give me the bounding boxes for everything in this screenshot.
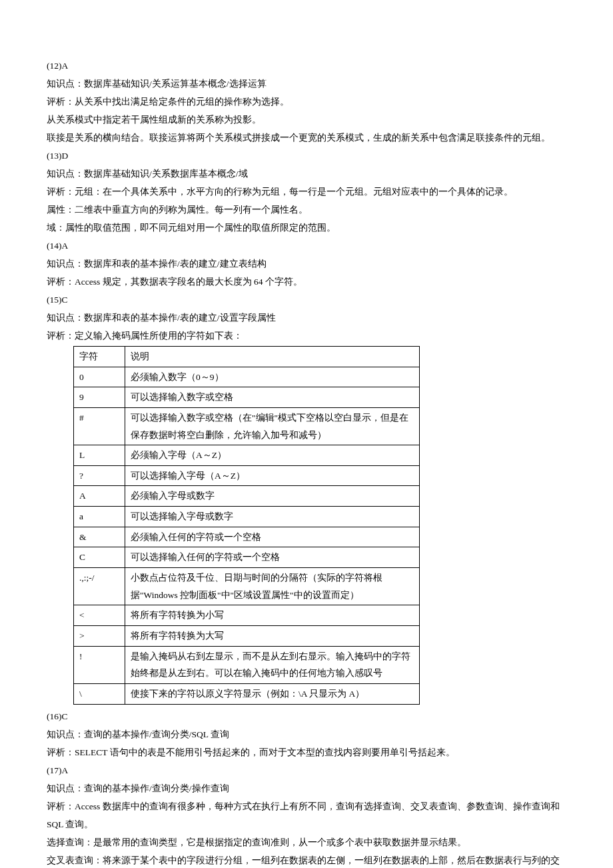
paragraph: 知识点：数据库基础知识/关系运算基本概念/选择运算 <box>47 75 566 93</box>
table-cell-desc: 可以选择输入数字或空格 <box>125 387 420 408</box>
paragraph: 知识点：数据库基础知识/关系数据库基本概念/域 <box>47 165 566 183</box>
table-cell-char: # <box>74 407 125 445</box>
paragraph: (17)A <box>47 761 566 779</box>
table-cell-desc: 可以选择输入字母（A～Z） <box>125 465 420 486</box>
table-header-char: 字符 <box>74 347 125 367</box>
table-row: &必须输入任何的字符或一个空格 <box>74 527 420 547</box>
paragraph: 知识点：查询的基本操作/查询分类/操作查询 <box>47 779 566 797</box>
table-cell-char: C <box>74 547 125 568</box>
table-row: 9可以选择输入数字或空格 <box>74 387 420 408</box>
table-cell-desc: 必须输入字母（A～Z） <box>125 445 420 466</box>
table-cell-char: 9 <box>74 387 125 408</box>
table-row: >将所有字符转换为大写 <box>74 625 420 646</box>
document-content: (12)A知识点：数据库基础知识/关系运算基本概念/选择运算评析：从关系中找出满… <box>47 57 566 868</box>
table-row: !是输入掩码从右到左显示，而不是从左到右显示。输入掩码中的字符始终都是从左到右。… <box>74 646 420 683</box>
table-cell-char: < <box>74 605 125 626</box>
table-cell-desc: 可以选择输入数字或空格（在"编辑"模式下空格以空白显示，但是在保存数据时将空白删… <box>125 407 420 445</box>
table-cell-char: a <box>74 507 125 527</box>
table-cell-char: A <box>74 486 125 507</box>
table-row: L必须输入字母（A～Z） <box>74 445 420 466</box>
paragraph: (12)A <box>47 57 566 75</box>
table-cell-desc: 必须输入字母或数字 <box>125 486 420 507</box>
mask-characters-table: 字符 说明 0必须输入数字（0～9）9可以选择输入数字或空格#可以选择输入数字或… <box>73 346 420 705</box>
table-cell-char: \ <box>74 683 125 704</box>
table-row: 0必须输入数字（0～9） <box>74 367 420 387</box>
table-cell-desc: 将所有字符转换为大写 <box>125 625 420 646</box>
paragraph: 评析：从关系中找出满足给定条件的元组的操作称为选择。 <box>47 93 566 111</box>
paragraph: 联接是关系的横向结合。联接运算将两个关系模式拼接成一个更宽的关系模式，生成的新关… <box>47 129 566 147</box>
table-row: ?可以选择输入字母（A～Z） <box>74 465 420 486</box>
table-cell-char: ? <box>74 465 125 486</box>
paragraph: 选择查询：是最常用的查询类型，它是根据指定的查询准则，从一个或多个表中获取数据并… <box>47 833 566 851</box>
paragraph: (13)D <box>47 147 566 165</box>
paragraph: 评析：元组：在一个具体关系中，水平方向的行称为元组，每一行是一个元组。元组对应表… <box>47 183 566 201</box>
paragraph: (14)A <box>47 237 566 255</box>
table-cell-desc: 可以选择输入字母或数字 <box>125 507 420 527</box>
table-row: <将所有字符转换为小写 <box>74 605 420 626</box>
table-cell-desc: 必须输入任何的字符或一个空格 <box>125 527 420 547</box>
table-cell-desc: 必须输入数字（0～9） <box>125 367 420 387</box>
table-row: a可以选择输入字母或数字 <box>74 507 420 527</box>
table-cell-desc: 将所有字符转换为小写 <box>125 605 420 626</box>
table-cell-char: 0 <box>74 367 125 387</box>
paragraph: 评析：定义输入掩码属性所使用的字符如下表： <box>47 327 566 345</box>
paragraph: 属性：二维表中垂直方向的列称为属性。每一列有一个属性名。 <box>47 201 566 219</box>
paragraph: 评析：Access 规定，其数据表字段名的最大长度为 64 个字符。 <box>47 273 566 291</box>
table-cell-char: ! <box>74 646 125 683</box>
paragraph: 评析：Access 数据库中的查询有很多种，每种方式在执行上有所不同，查询有选择… <box>47 797 566 833</box>
table-cell-char: > <box>74 625 125 646</box>
paragraph: (15)C <box>47 291 566 309</box>
table-cell-char: L <box>74 445 125 466</box>
table-cell-char: & <box>74 527 125 547</box>
paragraph: 知识点：数据库和表的基本操作/表的建立/设置字段属性 <box>47 309 566 327</box>
table-cell-desc: 是输入掩码从右到左显示，而不是从左到右显示。输入掩码中的字符始终都是从左到右。可… <box>125 646 420 683</box>
table-cell-desc: 使接下来的字符以原义字符显示（例如：\A 只显示为 A） <box>125 683 420 704</box>
table-row: .,:;-/小数点占位符及千位、日期与时间的分隔符（实际的字符将根据"Windo… <box>74 568 420 605</box>
table-header-desc: 说明 <box>125 347 420 367</box>
table-row: C可以选择输入任何的字符或一个空格 <box>74 547 420 568</box>
table-cell-char: .,:;-/ <box>74 568 125 605</box>
paragraph: 知识点：查询的基本操作/查询分类/SQL 查询 <box>47 725 566 743</box>
table-row: \使接下来的字符以原义字符显示（例如：\A 只显示为 A） <box>74 683 420 704</box>
paragraph: 域：属性的取值范围，即不同元组对用一个属性的取值所限定的范围。 <box>47 219 566 237</box>
table-cell-desc: 小数点占位符及千位、日期与时间的分隔符（实际的字符将根据"Windows 控制面… <box>125 568 420 605</box>
paragraph: 评析：SELECT 语句中的表是不能用引号括起来的，而对于文本型的查找内容则要用… <box>47 743 566 761</box>
paragraph: 从关系模式中指定若干属性组成新的关系称为投影。 <box>47 111 566 129</box>
paragraph: (16)C <box>47 707 566 725</box>
table-cell-desc: 可以选择输入任何的字符或一个空格 <box>125 547 420 568</box>
table-row: #可以选择输入数字或空格（在"编辑"模式下空格以空白显示，但是在保存数据时将空白… <box>74 407 420 445</box>
table-row: A必须输入字母或数字 <box>74 486 420 507</box>
paragraph: 交叉表查询：将来源于某个表中的字段进行分组，一组列在数据表的左侧，一组列在数据表… <box>47 851 566 868</box>
paragraph: 知识点：数据库和表的基本操作/表的建立/建立表结构 <box>47 255 566 273</box>
